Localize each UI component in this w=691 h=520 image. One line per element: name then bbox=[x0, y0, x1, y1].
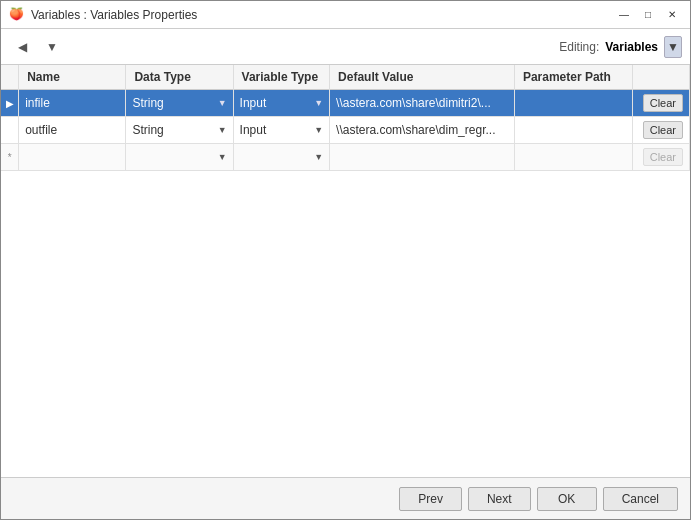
table-header-row: Name Data Type Variable Type Default Val… bbox=[1, 65, 690, 90]
datatype-value: String bbox=[132, 96, 163, 110]
clear-button-2[interactable]: Clear bbox=[643, 121, 683, 139]
clear-cell-2: Clear bbox=[632, 117, 689, 144]
variables-table-container: Name Data Type Variable Type Default Val… bbox=[1, 65, 690, 477]
dropdown-icon: ▼ bbox=[46, 40, 58, 54]
vartype-arrow-icon: ▼ bbox=[314, 98, 323, 108]
vartype-value: Input bbox=[240, 123, 267, 137]
clear-button-1[interactable]: Clear bbox=[643, 94, 683, 112]
datatype-arrow-icon-new: ▼ bbox=[218, 152, 227, 162]
datatype-arrow-icon: ▼ bbox=[218, 98, 227, 108]
toolbar: ◀ ▼ Editing: Variables ▼ bbox=[1, 29, 690, 65]
param-header: Parameter Path bbox=[514, 65, 632, 90]
name-cell[interactable] bbox=[19, 117, 126, 144]
minimize-button[interactable]: — bbox=[614, 5, 634, 25]
table-row: String ▼ Input ▼ \\astera.com\share\dim_… bbox=[1, 117, 690, 144]
param-cell-new bbox=[514, 144, 632, 171]
datatype-cell-new[interactable]: ▼ bbox=[126, 144, 233, 171]
clear-cell-new: Clear bbox=[632, 144, 689, 171]
row-indicator-new: * bbox=[1, 144, 19, 171]
vartype-header: Variable Type bbox=[233, 65, 329, 90]
vartype-select-wrapper: Input ▼ bbox=[240, 96, 323, 110]
table-row: ▶ String ▼ Input ▼ bbox=[1, 90, 690, 117]
name-cell-new[interactable] bbox=[19, 144, 126, 171]
vartype-cell[interactable]: Input ▼ bbox=[233, 90, 329, 117]
ok-button[interactable]: OK bbox=[537, 487, 597, 511]
prev-button[interactable]: Prev bbox=[399, 487, 462, 511]
datatype-select-wrapper: String ▼ bbox=[132, 123, 226, 137]
main-content: Name Data Type Variable Type Default Val… bbox=[1, 65, 690, 477]
vartype-cell-new[interactable]: ▼ bbox=[233, 144, 329, 171]
default-header: Default Value bbox=[330, 65, 515, 90]
vartype-arrow-icon-new: ▼ bbox=[314, 152, 323, 162]
variables-table: Name Data Type Variable Type Default Val… bbox=[1, 65, 690, 171]
name-header: Name bbox=[19, 65, 126, 90]
vartype-value: Input bbox=[240, 96, 267, 110]
datatype-value: String bbox=[132, 123, 163, 137]
name-input-new[interactable] bbox=[25, 150, 119, 164]
clear-cell-1: Clear bbox=[632, 90, 689, 117]
default-value: \\astera.com\share\dim_regr... bbox=[336, 123, 495, 137]
app-icon: 🍑 bbox=[9, 7, 25, 23]
close-button[interactable]: ✕ bbox=[662, 5, 682, 25]
vartype-cell[interactable]: Input ▼ bbox=[233, 117, 329, 144]
table-row-new: * ▼ ▼ bbox=[1, 144, 690, 171]
datatype-cell[interactable]: String ▼ bbox=[126, 90, 233, 117]
default-cell-new[interactable] bbox=[330, 144, 515, 171]
row-indicator: ▶ bbox=[1, 90, 19, 117]
datatype-select-wrapper-new: ▼ bbox=[132, 152, 226, 162]
title-bar: 🍑 Variables : Variables Properties — □ ✕ bbox=[1, 1, 690, 29]
editing-value: Variables bbox=[605, 40, 658, 54]
vartype-select-wrapper: Input ▼ bbox=[240, 123, 323, 137]
action-header bbox=[632, 65, 689, 90]
window-controls: — □ ✕ bbox=[614, 5, 682, 25]
editing-dropdown-icon: ▼ bbox=[667, 40, 679, 54]
datatype-arrow-icon: ▼ bbox=[218, 125, 227, 135]
name-input[interactable] bbox=[25, 96, 119, 110]
param-cell bbox=[514, 117, 632, 144]
cancel-button[interactable]: Cancel bbox=[603, 487, 678, 511]
default-cell[interactable]: \\astera.com\share\dimitri2\... bbox=[330, 90, 515, 117]
default-value: \\astera.com\share\dimitri2\... bbox=[336, 96, 491, 110]
default-cell[interactable]: \\astera.com\share\dim_regr... bbox=[330, 117, 515, 144]
datatype-select-wrapper: String ▼ bbox=[132, 96, 226, 110]
datatype-cell[interactable]: String ▼ bbox=[126, 117, 233, 144]
editing-label: Editing: bbox=[559, 40, 599, 54]
window-title: Variables : Variables Properties bbox=[31, 8, 614, 22]
footer: Prev Next OK Cancel bbox=[1, 477, 690, 519]
name-cell[interactable] bbox=[19, 90, 126, 117]
datatype-header: Data Type bbox=[126, 65, 233, 90]
dropdown-button[interactable]: ▼ bbox=[39, 34, 65, 60]
row-indicator bbox=[1, 117, 19, 144]
editing-section: Editing: Variables ▼ bbox=[559, 36, 682, 58]
indicator-header bbox=[1, 65, 19, 90]
vartype-select-wrapper-new: ▼ bbox=[240, 152, 323, 162]
editing-dropdown[interactable]: ▼ bbox=[664, 36, 682, 58]
clear-button-new: Clear bbox=[643, 148, 683, 166]
param-cell bbox=[514, 90, 632, 117]
vartype-arrow-icon: ▼ bbox=[314, 125, 323, 135]
maximize-button[interactable]: □ bbox=[638, 5, 658, 25]
next-button[interactable]: Next bbox=[468, 487, 531, 511]
back-icon: ◀ bbox=[18, 40, 27, 54]
back-button[interactable]: ◀ bbox=[9, 34, 35, 60]
name-input[interactable] bbox=[25, 123, 119, 137]
